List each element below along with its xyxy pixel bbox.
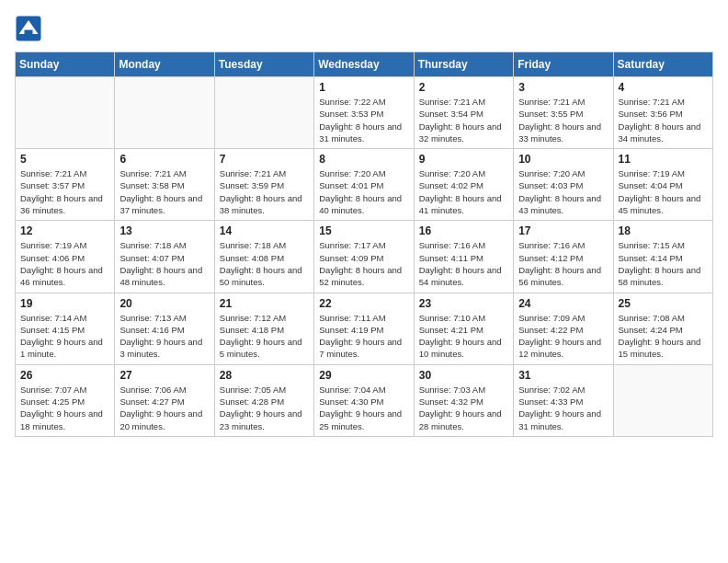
day-number: 13 [119,224,209,237]
calendar-cell: 22Sunrise: 7:11 AM Sunset: 4:19 PM Dayli… [314,293,414,364]
day-info: Sunrise: 7:21 AM Sunset: 3:57 PM Dayligh… [20,167,109,216]
calendar-cell: 10Sunrise: 7:20 AM Sunset: 4:03 PM Dayli… [514,149,613,221]
day-number: 26 [20,369,109,382]
calendar-cell: 8Sunrise: 7:20 AM Sunset: 4:01 PM Daylig… [314,149,414,221]
calendar-cell: 25Sunrise: 7:08 AM Sunset: 4:24 PM Dayli… [613,293,712,364]
weekday-header: Sunday [16,52,115,77]
weekday-header: Thursday [414,52,513,77]
day-number: 14 [220,224,309,237]
day-number: 8 [319,153,408,166]
calendar-cell: 13Sunrise: 7:18 AM Sunset: 4:07 PM Dayli… [115,221,214,293]
calendar-cell [613,364,712,436]
day-info: Sunrise: 7:18 AM Sunset: 4:07 PM Dayligh… [119,239,209,288]
day-info: Sunrise: 7:11 AM Sunset: 4:19 PM Dayligh… [319,312,408,361]
weekday-header: Tuesday [214,52,313,77]
day-info: Sunrise: 7:02 AM Sunset: 4:33 PM Dayligh… [518,384,608,432]
day-number: 1 [319,81,408,94]
calendar-cell: 9Sunrise: 7:20 AM Sunset: 4:02 PM Daylig… [414,149,513,221]
day-info: Sunrise: 7:21 AM Sunset: 3:55 PM Dayligh… [518,96,608,144]
day-number: 25 [619,297,708,310]
calendar-cell: 31Sunrise: 7:02 AM Sunset: 4:33 PM Dayli… [514,364,613,436]
day-info: Sunrise: 7:03 AM Sunset: 4:32 PM Dayligh… [419,384,508,432]
calendar-cell [115,77,214,149]
day-number: 15 [319,224,408,237]
calendar-cell: 16Sunrise: 7:16 AM Sunset: 4:11 PM Dayli… [414,221,513,293]
logo-icon [15,15,42,42]
day-number: 28 [220,369,309,382]
day-info: Sunrise: 7:04 AM Sunset: 4:30 PM Dayligh… [319,384,408,432]
day-info: Sunrise: 7:18 AM Sunset: 4:08 PM Dayligh… [220,239,309,288]
day-number: 16 [419,224,508,237]
day-number: 30 [419,369,508,382]
day-info: Sunrise: 7:09 AM Sunset: 4:22 PM Dayligh… [518,312,608,361]
calendar-cell: 19Sunrise: 7:14 AM Sunset: 4:15 PM Dayli… [16,293,115,364]
day-info: Sunrise: 7:19 AM Sunset: 4:06 PM Dayligh… [20,239,109,288]
calendar-cell: 18Sunrise: 7:15 AM Sunset: 4:14 PM Dayli… [613,221,712,293]
calendar-cell: 29Sunrise: 7:04 AM Sunset: 4:30 PM Dayli… [314,364,414,436]
day-info: Sunrise: 7:20 AM Sunset: 4:01 PM Dayligh… [319,167,408,216]
calendar-cell: 5Sunrise: 7:21 AM Sunset: 3:57 PM Daylig… [16,149,115,221]
day-number: 7 [220,153,309,166]
day-number: 29 [319,369,408,382]
svg-rect-2 [25,30,33,36]
day-info: Sunrise: 7:21 AM Sunset: 3:56 PM Dayligh… [619,96,708,144]
calendar-cell [16,77,115,149]
calendar-cell: 21Sunrise: 7:12 AM Sunset: 4:18 PM Dayli… [214,293,313,364]
calendar-week-row: 26Sunrise: 7:07 AM Sunset: 4:25 PM Dayli… [16,364,713,436]
day-info: Sunrise: 7:15 AM Sunset: 4:14 PM Dayligh… [619,239,708,288]
day-info: Sunrise: 7:20 AM Sunset: 4:02 PM Dayligh… [419,167,508,216]
day-number: 24 [518,297,608,310]
calendar-cell: 7Sunrise: 7:21 AM Sunset: 3:59 PM Daylig… [214,149,313,221]
calendar-cell: 11Sunrise: 7:19 AM Sunset: 4:04 PM Dayli… [613,149,712,221]
day-info: Sunrise: 7:22 AM Sunset: 3:53 PM Dayligh… [319,96,408,144]
calendar-week-row: 19Sunrise: 7:14 AM Sunset: 4:15 PM Dayli… [16,293,713,364]
day-info: Sunrise: 7:17 AM Sunset: 4:09 PM Dayligh… [319,239,408,288]
calendar-cell: 17Sunrise: 7:16 AM Sunset: 4:12 PM Dayli… [514,221,613,293]
day-info: Sunrise: 7:05 AM Sunset: 4:28 PM Dayligh… [220,384,309,432]
calendar-table: SundayMondayTuesdayWednesdayThursdayFrid… [15,52,713,437]
day-number: 21 [220,297,309,310]
day-number: 11 [619,153,708,166]
day-number: 2 [419,81,508,94]
day-number: 4 [619,81,708,94]
day-number: 27 [119,369,209,382]
calendar-cell: 15Sunrise: 7:17 AM Sunset: 4:09 PM Dayli… [314,221,414,293]
day-number: 18 [619,224,708,237]
day-number: 22 [319,297,408,310]
day-info: Sunrise: 7:06 AM Sunset: 4:27 PM Dayligh… [119,384,209,432]
day-number: 9 [419,153,508,166]
calendar-cell: 24Sunrise: 7:09 AM Sunset: 4:22 PM Dayli… [514,293,613,364]
day-info: Sunrise: 7:14 AM Sunset: 4:15 PM Dayligh… [20,312,109,361]
day-number: 6 [119,153,209,166]
calendar-cell: 3Sunrise: 7:21 AM Sunset: 3:55 PM Daylig… [514,77,613,149]
day-number: 5 [20,153,109,166]
calendar-cell: 2Sunrise: 7:21 AM Sunset: 3:54 PM Daylig… [414,77,513,149]
calendar-week-row: 12Sunrise: 7:19 AM Sunset: 4:06 PM Dayli… [16,221,713,293]
day-number: 20 [119,297,209,310]
day-info: Sunrise: 7:16 AM Sunset: 4:12 PM Dayligh… [518,239,608,288]
calendar-cell: 30Sunrise: 7:03 AM Sunset: 4:32 PM Dayli… [414,364,513,436]
day-number: 17 [518,224,608,237]
calendar-cell: 28Sunrise: 7:05 AM Sunset: 4:28 PM Dayli… [214,364,313,436]
day-info: Sunrise: 7:20 AM Sunset: 4:03 PM Dayligh… [518,167,608,216]
day-number: 19 [20,297,109,310]
day-info: Sunrise: 7:08 AM Sunset: 4:24 PM Dayligh… [619,312,708,361]
day-number: 31 [518,369,608,382]
day-info: Sunrise: 7:10 AM Sunset: 4:21 PM Dayligh… [419,312,508,361]
calendar-cell: 4Sunrise: 7:21 AM Sunset: 3:56 PM Daylig… [613,77,712,149]
weekday-header: Saturday [613,52,712,77]
calendar-cell: 6Sunrise: 7:21 AM Sunset: 3:58 PM Daylig… [115,149,214,221]
calendar-cell: 20Sunrise: 7:13 AM Sunset: 4:16 PM Dayli… [115,293,214,364]
calendar-week-row: 5Sunrise: 7:21 AM Sunset: 3:57 PM Daylig… [16,149,713,221]
day-info: Sunrise: 7:13 AM Sunset: 4:16 PM Dayligh… [119,312,209,361]
calendar-cell: 12Sunrise: 7:19 AM Sunset: 4:06 PM Dayli… [16,221,115,293]
calendar-cell: 26Sunrise: 7:07 AM Sunset: 4:25 PM Dayli… [16,364,115,436]
day-info: Sunrise: 7:21 AM Sunset: 3:59 PM Dayligh… [220,167,309,216]
day-number: 10 [518,153,608,166]
weekday-header: Monday [115,52,214,77]
day-info: Sunrise: 7:21 AM Sunset: 3:58 PM Dayligh… [119,167,209,216]
day-info: Sunrise: 7:07 AM Sunset: 4:25 PM Dayligh… [20,384,109,432]
day-number: 3 [518,81,608,94]
calendar-cell: 27Sunrise: 7:06 AM Sunset: 4:27 PM Dayli… [115,364,214,436]
header-row: SundayMondayTuesdayWednesdayThursdayFrid… [16,52,713,77]
